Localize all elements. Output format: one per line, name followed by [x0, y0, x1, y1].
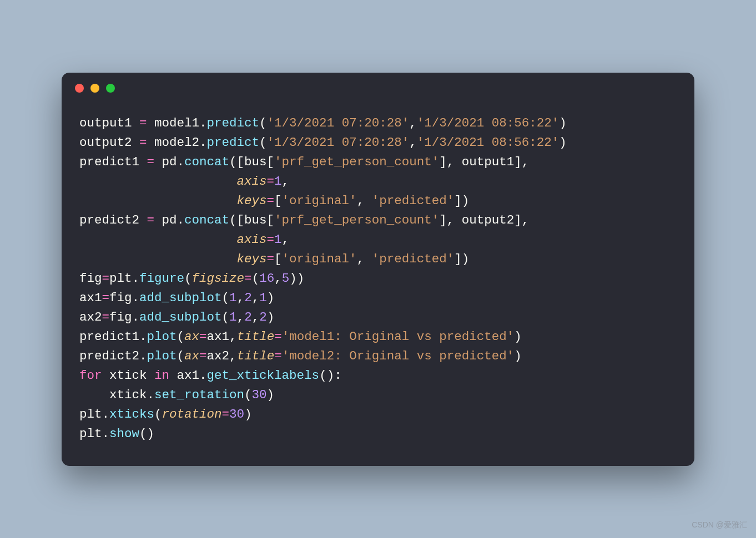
code-line: output2 = model2.predict('1/3/2021 07:20…: [79, 133, 677, 153]
code-line: predict2 = pd.concat([bus['prf_get_perso…: [79, 211, 677, 230]
minimize-icon[interactable]: [90, 84, 99, 93]
code-line: plt.xticks(rotation=30): [79, 405, 677, 424]
code-line: xtick.set_rotation(30): [79, 385, 677, 405]
code-line: ax2=fig.add_subplot(1,2,2): [79, 308, 677, 327]
watermark: CSDN @爱雅汇: [692, 520, 747, 530]
code-line: predict1.plot(ax=ax1,title='model1: Orig…: [79, 327, 677, 347]
code-line: ax1=fig.add_subplot(1,2,1): [79, 288, 677, 308]
code-line: axis=1,: [79, 230, 677, 250]
code-line: predict1 = pd.concat([bus['prf_get_perso…: [79, 153, 677, 172]
code-line: output1 = model1.predict('1/3/2021 07:20…: [79, 114, 677, 133]
terminal-window: output1 = model1.predict('1/3/2021 07:20…: [62, 73, 694, 466]
close-icon[interactable]: [75, 84, 84, 93]
code-line: fig=plt.figure(figsize=(16,5)): [79, 269, 677, 288]
code-line: for xtick in ax1.get_xticklabels():: [79, 366, 677, 385]
code-area[interactable]: output1 = model1.predict('1/3/2021 07:20…: [62, 104, 694, 466]
code-line: plt.show(): [79, 424, 677, 444]
code-line: axis=1,: [79, 172, 677, 191]
titlebar: [62, 73, 694, 104]
code-line: keys=['original', 'predicted']): [79, 250, 677, 269]
maximize-icon[interactable]: [106, 84, 115, 93]
code-line: predict2.plot(ax=ax2,title='model2: Orig…: [79, 347, 677, 366]
code-line: keys=['original', 'predicted']): [79, 191, 677, 211]
